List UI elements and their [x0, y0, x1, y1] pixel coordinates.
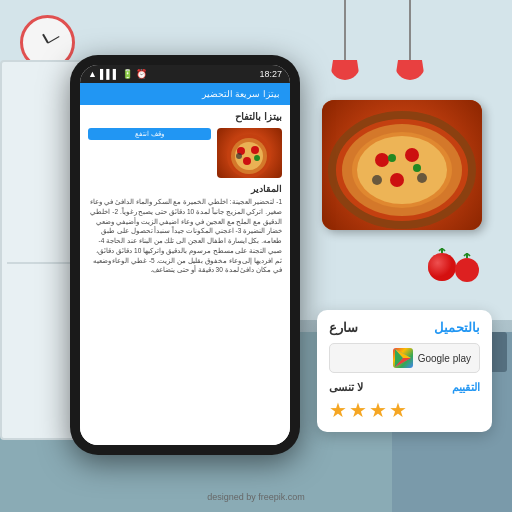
svg-point-7 — [417, 173, 427, 183]
google-play-icon — [393, 348, 413, 368]
watch-button[interactable]: وقف انتفع — [88, 128, 211, 140]
no-forget-row: التقييم لا تنسى — [329, 381, 480, 394]
google-play-button[interactable]: Google play — [329, 343, 480, 373]
star-2: ★ — [349, 398, 367, 422]
no-forget-text: لا تنسى — [329, 381, 363, 394]
svg-point-22 — [243, 157, 251, 165]
status-time: 18:27 — [259, 69, 282, 79]
food-svg-small — [217, 128, 282, 178]
clock-minute-hand — [47, 36, 59, 43]
lamp-cord-left — [344, 0, 346, 60]
ingredients-title: المقادير — [88, 184, 282, 194]
svg-point-15 — [455, 258, 479, 282]
lamp-shade-right — [395, 60, 425, 80]
pizza-visual — [322, 100, 482, 230]
food-row: وقف انتفع — [88, 128, 282, 178]
fast-text: سارع — [329, 320, 358, 335]
phone-content: بيتزا بالتفاح وقف انتفع — [80, 105, 290, 445]
svg-point-9 — [388, 154, 396, 162]
svg-point-3 — [357, 136, 447, 204]
battery-icon: 🔋 — [122, 69, 133, 79]
google-play-label: Google play — [418, 353, 471, 364]
star-1: ★ — [329, 398, 347, 422]
phone-status-bar: ▲ ▌▌▌ 🔋 ⏰ 18:27 — [80, 65, 290, 83]
svg-point-8 — [372, 175, 382, 185]
ingredients-text: 1- لتحضير العجينة: اخلطي الخميرة مع السك… — [88, 197, 282, 275]
svg-point-6 — [390, 173, 404, 187]
star-4: ★ — [389, 398, 407, 422]
app-title: بيتزا سريعة التحضير — [202, 89, 280, 99]
app-header: بيتزا سريعة التحضير — [80, 83, 290, 105]
status-icons: ▲ ▌▌▌ 🔋 ⏰ — [88, 69, 147, 79]
rating-text: التقييم — [452, 381, 480, 394]
svg-point-13 — [428, 253, 456, 281]
pizza-svg — [322, 100, 482, 230]
freepik-credit: designed by freepik.com — [207, 492, 305, 502]
hanging-lamp-right — [395, 0, 425, 80]
star-3: ★ — [369, 398, 387, 422]
svg-point-24 — [254, 155, 260, 161]
hanging-lamp-left — [330, 0, 360, 80]
overlay-card: بالتحميل سارع Google play التقييم لا تنس… — [317, 310, 492, 432]
phone-screen: ▲ ▌▌▌ 🔋 ⏰ 18:27 بيتزا سريعة التحضير بيتز… — [80, 65, 290, 445]
pizza-image — [322, 100, 482, 230]
lamp-shade-left — [330, 60, 360, 80]
signal-icon: ▌▌▌ — [100, 69, 119, 79]
lamp-cord-right — [409, 0, 411, 60]
alarm-icon: ⏰ — [136, 69, 147, 79]
food-title: بيتزا بالتفاح — [88, 111, 282, 122]
food-info: وقف انتفع — [88, 128, 211, 140]
food-image-small — [217, 128, 282, 178]
wifi-icon: ▲ — [88, 69, 97, 79]
svg-point-4 — [375, 153, 389, 167]
svg-point-10 — [413, 164, 421, 172]
dl-text: بالتحميل — [434, 320, 480, 335]
phone-mockup: ▲ ▌▌▌ 🔋 ⏰ 18:27 بيتزا سريعة التحضير بيتز… — [70, 55, 300, 455]
stars-row: ★ ★ ★ ★ — [329, 398, 480, 422]
tomato-decoration — [427, 245, 487, 289]
fast-dl-row: بالتحميل سارع — [329, 320, 480, 335]
svg-point-21 — [251, 146, 259, 154]
svg-point-5 — [405, 148, 419, 162]
svg-point-23 — [236, 153, 242, 159]
